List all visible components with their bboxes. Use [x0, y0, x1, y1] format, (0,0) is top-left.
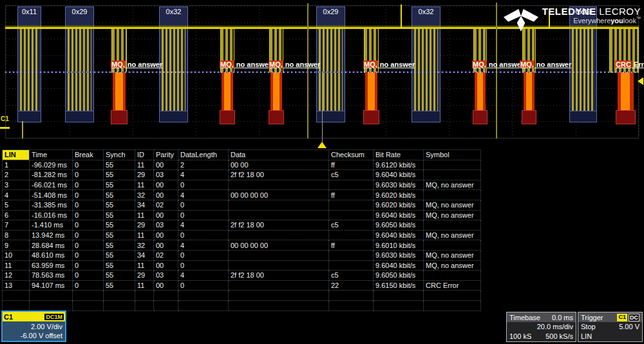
table-cell: 12 [3, 271, 30, 281]
table-row[interactable]: 1394.107 ms05511000229.6150 kbit/sCRC Er… [3, 280, 481, 291]
table-row[interactable] [3, 291, 481, 301]
table-row[interactable]: 1163.959 ms055110009.6040 kbit/sMQ, no a… [3, 260, 481, 271]
table-cell [229, 291, 329, 301]
col-header-symbol: Symbol [424, 150, 481, 160]
table-row[interactable]: 5-31.385 ms055340209.6020 kbit/sMQ, no a… [3, 200, 481, 210]
table-cell: 63.959 ms [30, 260, 73, 271]
table-cell: 11 [135, 280, 154, 291]
vertical-offset: -6.00 V offset [3, 331, 62, 340]
waveform-display: 0x110x290x320x290x320x29 MQ, no answerMQ… [0, 0, 644, 149]
table-cell: 2f f2 18 00 [229, 220, 329, 231]
table-cell: 00 [154, 260, 178, 271]
sample-count: 100 kS [509, 332, 531, 341]
table-cell: 55 [104, 180, 135, 190]
lin-error-burst [618, 28, 634, 124]
table-cell [154, 291, 178, 301]
table-cell: 11 [135, 180, 154, 190]
table-cell: 2 [178, 160, 229, 170]
table-cell [374, 300, 424, 311]
table-cell: 00 [154, 230, 178, 240]
trigger-header: Trigger C1 DC [578, 312, 642, 322]
table-cell: -51.408 ms [30, 190, 73, 200]
table-cell: 55 [104, 210, 135, 220]
lin-error-burst [524, 28, 535, 124]
table-cell [329, 291, 374, 301]
table-cell: 0 [73, 240, 104, 251]
table-cell: 11 [3, 260, 30, 271]
table-cell [329, 210, 374, 220]
trigger-mode-row: Stop 5.00 V [578, 322, 642, 332]
table-row[interactable]: 928.684 ms0553200400 00 00 00ff9.6010 kb… [3, 240, 481, 251]
table-cell: 00 00 [229, 160, 329, 170]
table-cell [3, 291, 30, 301]
table-row[interactable]: 2-81.282 ms055290342f f2 18 00c59.6040 k… [3, 170, 481, 180]
table-row[interactable]: 4-51.408 ms0553200400 00 00 00ff9.6020 k… [3, 190, 481, 200]
table-cell [329, 230, 374, 240]
table-cell: 29 [135, 170, 154, 180]
trigger-badges: C1 DC [617, 314, 639, 321]
table-cell: 0 [73, 271, 104, 281]
table-cell: 22 [329, 280, 374, 291]
frame-data-bits [572, 29, 594, 111]
trigger-level-marker-icon[interactable] [638, 77, 643, 85]
table-cell: 55 [104, 240, 135, 251]
table-cell: -66.021 ms [30, 180, 73, 190]
frame-data-bits [414, 29, 438, 111]
lin-frame-0x11: 0x11 [17, 6, 41, 122]
table-cell: 0 [178, 180, 229, 190]
table-cell: MQ, no answer [424, 260, 481, 271]
table-row[interactable]: 7-1.410 ms055290342f f2 18 00c59.6050 kb… [3, 220, 481, 231]
table-cell [135, 291, 154, 301]
table-cell: 0 [178, 250, 229, 260]
channel1-descriptor-box[interactable]: C1 DC1M 2.00 V/div -6.00 V offset [1, 311, 66, 342]
table-cell: 7 [3, 220, 30, 231]
table-cell: 0 [73, 190, 104, 200]
sample-rate: 500 kS/s [545, 332, 573, 341]
table-cell: 34 [135, 200, 154, 210]
table-cell [73, 300, 104, 311]
table-row[interactable]: 1-96.029 ms0551100200 00ff9.6120 kbit/s [3, 160, 481, 170]
table-cell [3, 300, 30, 311]
table-cell: 13 [3, 280, 30, 291]
table-cell [424, 220, 481, 231]
trace-spike [22, 121, 23, 139]
trigger-mode: Stop [581, 322, 596, 332]
timebase-scale-row: 20.0 ms/div [507, 322, 576, 332]
table-row[interactable]: 1048.610 ms055340209.6030 kbit/sMQ, no a… [3, 250, 481, 260]
table-cell: 55 [104, 220, 135, 231]
table-cell: 00 [154, 160, 178, 170]
col-header-bit-rate: Bit Rate [374, 150, 424, 160]
decode-annotation: MQ, no answer [363, 61, 415, 69]
trigger-source-badge: C1 [617, 314, 627, 321]
decode-annotation: MQ, no answer [220, 61, 271, 69]
table-cell [104, 291, 135, 301]
table-cell: 8 [3, 230, 30, 240]
trace-spike [401, 5, 402, 28]
trigger-position-marker-icon[interactable] [317, 142, 327, 148]
table-cell: -31.385 ms [30, 200, 73, 210]
decode-table[interactable]: LINTimeBreakSynchIDParityDataLengthDataC… [2, 149, 481, 311]
trigger-type-row: LIN [578, 332, 642, 341]
lin-frame-0x32: 0x32 [412, 6, 440, 122]
table-cell: 2f f2 18 00 [229, 271, 329, 281]
table-cell: 0 [73, 170, 104, 180]
table-cell: 0 [178, 200, 229, 210]
decode-annotation: CRC Error [615, 61, 644, 69]
timebase-descriptor-box[interactable]: Timebase 0.0 ms 20.0 ms/div 100 kS 500 k… [506, 312, 576, 342]
table-cell: 4 [178, 190, 229, 200]
table-row[interactable]: 3-66.021 ms055110009.6030 kbit/sMQ, no a… [3, 180, 481, 190]
table-row[interactable]: 1278.563 ms055290342f f2 18 00c59.6050 k… [3, 271, 481, 281]
table-cell [229, 300, 329, 311]
trigger-descriptor-box[interactable]: Trigger C1 DC Stop 5.00 V LIN [578, 312, 643, 342]
table-cell: 2f f2 18 00 [229, 170, 329, 180]
table-cell: 2 [3, 170, 30, 180]
table-cell: 00 [154, 190, 178, 200]
table-row[interactable]: 6-16.016 ms055110009.6040 kbit/sMQ, no a… [3, 210, 481, 220]
table-cell: 1 [3, 160, 30, 170]
table-row[interactable] [3, 300, 481, 311]
decode-annotation: MQ, no answer [472, 61, 524, 69]
table-cell: 9.6040 kbit/s [374, 210, 424, 220]
table-cell: 55 [104, 250, 135, 260]
table-cell: 0 [178, 230, 229, 240]
table-row[interactable]: 813.942 ms055110009.6040 kbit/sMQ, no an… [3, 230, 481, 240]
